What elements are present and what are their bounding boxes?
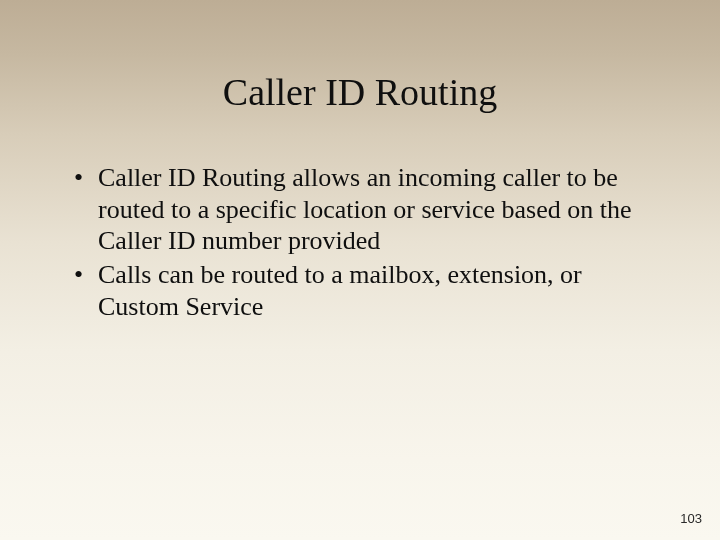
slide-title: Caller ID Routing [0, 70, 720, 114]
list-item: Caller ID Routing allows an incoming cal… [70, 162, 660, 257]
slide: Caller ID Routing Caller ID Routing allo… [0, 0, 720, 540]
bullet-list: Caller ID Routing allows an incoming cal… [70, 162, 660, 323]
slide-body: Caller ID Routing allows an incoming cal… [70, 162, 660, 325]
page-number: 103 [680, 511, 702, 526]
list-item: Calls can be routed to a mailbox, extens… [70, 259, 660, 322]
